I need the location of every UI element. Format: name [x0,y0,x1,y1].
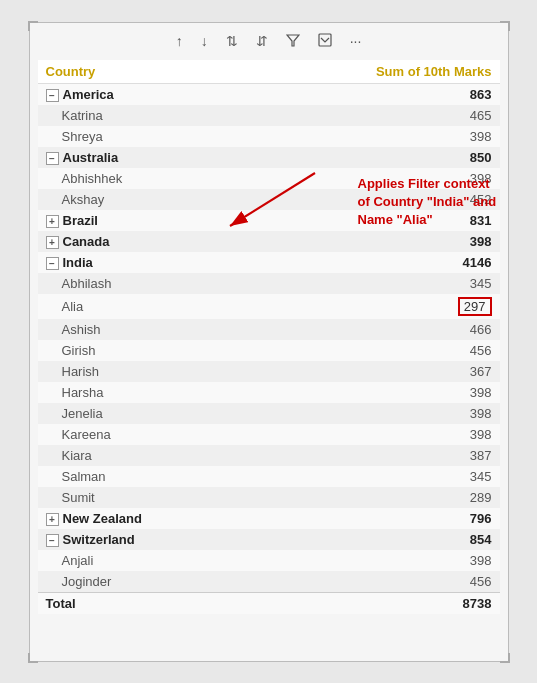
table-row: Harish 367 [38,361,500,382]
total-row: Total 8738 [38,592,500,614]
sort-desc-icon[interactable]: ↓ [197,31,212,51]
child-name: Ashish [38,319,251,340]
child-value: 465 [250,105,499,126]
expand-icon[interactable]: + [46,215,59,228]
group-total: 863 [250,83,499,105]
child-name: Shreya [38,126,251,147]
group-row: −Switzerland 854 [38,529,500,550]
child-value: 398 [250,126,499,147]
child-value: 398 [250,550,499,571]
child-name: Jenelia [38,403,251,424]
table-row: Alia 297 [38,294,500,319]
table-row: Jenelia 398 [38,403,500,424]
sort-asc-icon[interactable]: ↑ [172,31,187,51]
table-row: Girish 456 [38,340,500,361]
table-row: Ashish 466 [38,319,500,340]
child-value: 398 [250,382,499,403]
expand-icon[interactable] [314,31,336,52]
child-name: Salman [38,466,251,487]
table-row: Kiara 387 [38,445,500,466]
table-row: Anjali 398 [38,550,500,571]
group-total: 850 [250,147,499,168]
child-name: Abhilash [38,273,251,294]
table-row: Joginder 456 [38,571,500,593]
expand-icon[interactable]: − [46,89,59,102]
total-label: Total [38,592,251,614]
table-row: Salman 345 [38,466,500,487]
child-name: Girish [38,340,251,361]
expand-icon[interactable]: + [46,513,59,526]
group-total: 796 [250,508,499,529]
group-total: 854 [250,529,499,550]
child-name: Anjali [38,550,251,571]
group-name: +Brazil [38,210,251,231]
expand-icon[interactable]: − [46,152,59,165]
group-total: 398 [250,231,499,252]
child-name: Harish [38,361,251,382]
child-name: Alia [38,294,251,319]
child-value: 367 [250,361,499,382]
svg-rect-1 [319,34,331,46]
more-icon[interactable]: ··· [346,31,366,51]
group-row: −Australia 850 [38,147,500,168]
group-row: −India 4146 [38,252,500,273]
annotation: Applies Filter context of Country "India… [358,175,498,230]
table-row: Abhilash 345 [38,273,500,294]
child-value: 289 [250,487,499,508]
main-frame: ↑ ↓ ⇅ ⇵ ··· Country Sum of 10th Marks [29,22,509,662]
expand-icon[interactable]: − [46,534,59,547]
table-row: Kareena 398 [38,424,500,445]
child-name: Abhishhek [38,168,251,189]
group-row: −America 863 [38,83,500,105]
expand-icon[interactable]: − [46,257,59,270]
table-row: Sumit 289 [38,487,500,508]
total-value: 8738 [250,592,499,614]
child-name: Katrina [38,105,251,126]
group-name: −India [38,252,251,273]
group-row: +Canada 398 [38,231,500,252]
group-name: +Canada [38,231,251,252]
child-name: Sumit [38,487,251,508]
table-row: Shreya 398 [38,126,500,147]
group-total: 4146 [250,252,499,273]
table-row: Katrina 465 [38,105,500,126]
child-value: 345 [250,466,499,487]
child-value: 297 [250,294,499,319]
child-name: Harsha [38,382,251,403]
expand-icon[interactable]: + [46,236,59,249]
child-value: 398 [250,403,499,424]
child-name: Joginder [38,571,251,593]
table-container: Country Sum of 10th Marks −America 863 K… [30,60,508,622]
child-value: 345 [250,273,499,294]
child-value: 387 [250,445,499,466]
filter-icon[interactable] [282,31,304,52]
group-name: −America [38,83,251,105]
col-marks-header: Sum of 10th Marks [250,60,499,84]
child-name: Kareena [38,424,251,445]
annotation-text: Applies Filter context of Country "India… [358,175,498,230]
group-name: −Switzerland [38,529,251,550]
group-row: +New Zealand 796 [38,508,500,529]
child-name: Kiara [38,445,251,466]
child-value: 456 [250,340,499,361]
highlighted-value: 297 [458,297,492,316]
data-table: Country Sum of 10th Marks −America 863 K… [38,60,500,614]
child-value: 466 [250,319,499,340]
col-country-header: Country [38,60,251,84]
group-name: −Australia [38,147,251,168]
group-name: +New Zealand [38,508,251,529]
svg-marker-0 [287,35,299,46]
child-value: 398 [250,424,499,445]
sort-both-icon[interactable]: ⇅ [222,31,242,51]
child-name: Akshay [38,189,251,210]
table-row: Harsha 398 [38,382,500,403]
sort-icon2[interactable]: ⇵ [252,31,272,51]
child-value: 456 [250,571,499,593]
toolbar: ↑ ↓ ⇅ ⇵ ··· [30,23,508,60]
